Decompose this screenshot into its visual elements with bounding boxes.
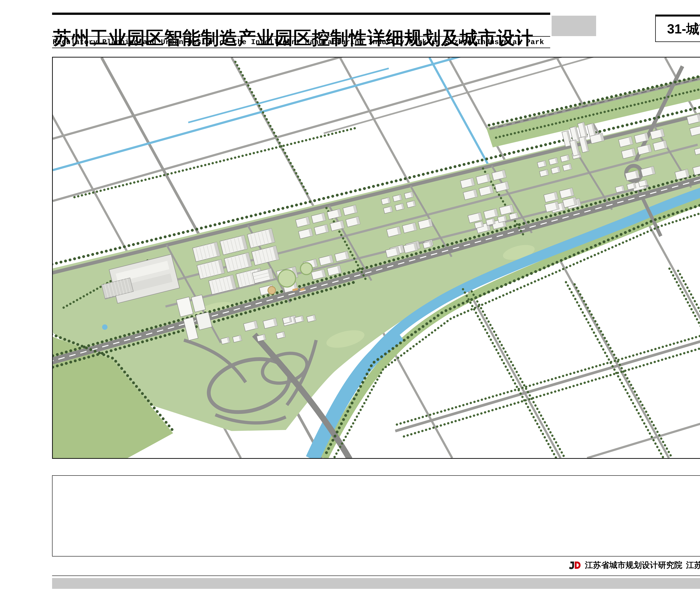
main-title-en: Regulatory Planning and Urban Design of …: [53, 38, 551, 46]
sheet-number-label: 31-城市设计三维鸟瞰图: [667, 20, 700, 38]
credits-row: 江苏省城市规划设计研究院 江苏省城市交通规划研究中心: [569, 558, 700, 572]
credit-institute-1: 江苏省城市规划设计研究院: [585, 560, 682, 571]
birdseye-rendering: [53, 58, 700, 458]
rendering-frame: [52, 57, 700, 459]
title-bottom-rule: [52, 47, 550, 48]
sheet-number-box: 31-城市设计三维鸟瞰图: [655, 14, 700, 42]
pond: [102, 324, 107, 330]
institute-logo-icon: [569, 560, 581, 570]
title-top-rule: [52, 12, 550, 15]
drawing-sheet: 苏州工业园区智能制造产业园区控制性详细规划及城市设计 Regulatory Pl…: [0, 0, 700, 594]
title-spacer-box: [551, 16, 596, 36]
notes-panel: [52, 475, 700, 557]
credit-institute-2: 江苏省城市交通规划研究中心: [686, 560, 700, 571]
footer-rule: [52, 575, 700, 576]
footer-gray-bar: [52, 578, 700, 589]
title-mid-rule: [52, 36, 550, 37]
